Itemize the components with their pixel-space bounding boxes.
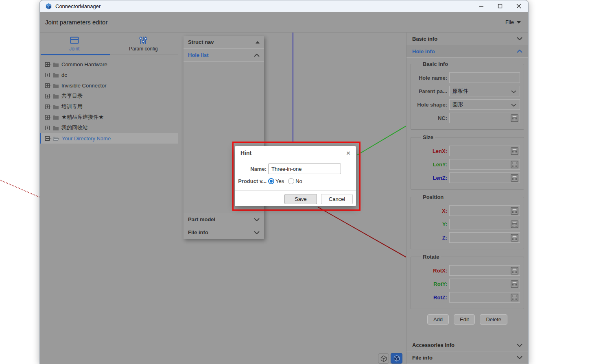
- radio-yes-icon[interactable]: [268, 178, 274, 184]
- hole-shape-select[interactable]: 圆形: [449, 99, 520, 110]
- section-file-info[interactable]: File info: [406, 351, 528, 364]
- expand-plus-icon[interactable]: [45, 126, 50, 130]
- product-radio-group: Yes No: [268, 178, 302, 184]
- roty-input[interactable]: [449, 279, 520, 289]
- pos-x-input[interactable]: [449, 205, 520, 216]
- pos-x-label: X:: [415, 208, 447, 214]
- hole-action-buttons: Add Edit Delete: [406, 314, 528, 325]
- tab-joint-label: Joint: [69, 46, 79, 52]
- radio-no-icon[interactable]: [288, 178, 294, 184]
- right-panel: Basic info Hole info Basic info: [406, 33, 528, 364]
- minimize-button[interactable]: [472, 0, 491, 12]
- parent-part-select[interactable]: 原板件: [449, 86, 520, 96]
- window-title: ConnectorManager: [55, 3, 101, 9]
- tab-bar: Joint Pa: [40, 33, 178, 55]
- section-hole-list[interactable]: Hole list: [184, 49, 264, 62]
- name-input[interactable]: [268, 163, 341, 174]
- calculator-icon[interactable]: [511, 280, 518, 288]
- solid-view-button[interactable]: [391, 353, 402, 364]
- calculator-icon[interactable]: [511, 161, 518, 168]
- section-struct-nav[interactable]: Struct nav: [184, 36, 264, 49]
- tree-item[interactable]: 我的回收站: [40, 122, 178, 133]
- expand-plus-icon[interactable]: [45, 62, 50, 67]
- file-menu-label: File: [505, 19, 514, 25]
- expand-plus-icon[interactable]: [45, 105, 50, 109]
- tree-item[interactable]: Invisible Connector: [40, 80, 178, 91]
- pos-z-label: Z:: [415, 235, 447, 241]
- delete-button[interactable]: Delete: [480, 314, 507, 325]
- chevron-up-icon: [254, 54, 260, 57]
- page-title: Joint parameters editor: [45, 19, 107, 26]
- struct-nav-panel: Struct nav Hole list Part model: [184, 36, 264, 239]
- chevron-down-icon: [511, 104, 516, 107]
- tab-param-config[interactable]: Param config: [109, 33, 178, 54]
- section-accessories-info[interactable]: Accessories info: [406, 339, 528, 351]
- expand-plus-icon[interactable]: [45, 94, 50, 98]
- close-button[interactable]: [509, 0, 528, 12]
- section-basic-info[interactable]: Basic info: [406, 33, 528, 45]
- calculator-icon[interactable]: [511, 234, 518, 242]
- sliders-icon: [138, 36, 149, 45]
- leny-label: LenY:: [415, 161, 447, 168]
- lenx-input[interactable]: [449, 146, 520, 156]
- calculator-icon[interactable]: [511, 294, 518, 301]
- tree-item[interactable]: dc: [40, 70, 178, 80]
- chevron-down-icon: [254, 218, 260, 221]
- app-logo-icon: [45, 3, 52, 10]
- radio-no[interactable]: No: [288, 178, 302, 184]
- calculator-icon[interactable]: [511, 220, 518, 228]
- add-button[interactable]: Add: [427, 314, 449, 325]
- tree-item[interactable]: ★精品库连接件★: [40, 112, 178, 122]
- folder-icon: [52, 62, 59, 67]
- radio-yes[interactable]: Yes: [268, 178, 284, 184]
- tab-joint[interactable]: Joint: [40, 33, 109, 54]
- parent-part-label: Parent pa...: [415, 88, 447, 94]
- rotz-input[interactable]: [449, 292, 520, 303]
- collapse-minus-icon[interactable]: [45, 136, 50, 141]
- file-menu[interactable]: File: [505, 19, 521, 25]
- calculator-icon[interactable]: [511, 174, 518, 182]
- rotate-group: Rotate RotX: RotY:: [411, 254, 524, 309]
- save-button[interactable]: Save: [284, 194, 317, 204]
- expand-plus-icon[interactable]: [45, 83, 50, 88]
- tree-item[interactable]: 共享目录: [40, 91, 178, 101]
- chevron-down-icon: [517, 356, 522, 359]
- lenz-label: LenZ:: [415, 175, 447, 181]
- pos-z-input[interactable]: [449, 232, 520, 243]
- pos-y-input[interactable]: [449, 219, 520, 229]
- tree-item[interactable]: Common Hardware: [40, 59, 178, 70]
- nc-input[interactable]: [449, 113, 520, 123]
- axis-y-line: [357, 125, 406, 155]
- leny-input[interactable]: [449, 159, 520, 170]
- section-file-info-nav[interactable]: File info: [184, 226, 264, 239]
- lenx-label: LenX:: [415, 148, 447, 154]
- folder-icon: [52, 115, 59, 120]
- wireframe-view-button[interactable]: [378, 353, 389, 364]
- calculator-icon[interactable]: [511, 114, 518, 122]
- folder-icon: [52, 94, 59, 99]
- directory-tree: Common Hardware dc Invisible Connector: [40, 55, 178, 144]
- expand-plus-icon[interactable]: [45, 73, 50, 77]
- cancel-button[interactable]: Cancel: [321, 194, 353, 204]
- dialog-close-icon[interactable]: ×: [346, 150, 350, 157]
- hole-name-input[interactable]: [449, 72, 520, 83]
- tree-item[interactable]: 培训专用: [40, 101, 178, 112]
- edit-button[interactable]: Edit: [454, 314, 475, 325]
- tree-item-selected[interactable]: Your Directory Name: [40, 133, 178, 144]
- hole-name-label: Hole name:: [415, 75, 447, 81]
- page-header: Joint parameters editor File: [40, 12, 528, 33]
- chevron-down-icon: [517, 344, 522, 347]
- maximize-button[interactable]: [491, 0, 509, 12]
- folder-open-icon: [52, 136, 59, 141]
- section-part-model[interactable]: Part model: [184, 213, 264, 226]
- expand-plus-icon[interactable]: [45, 115, 50, 120]
- rotx-input[interactable]: [449, 265, 520, 276]
- calculator-icon[interactable]: [511, 147, 518, 155]
- calculator-icon[interactable]: [511, 267, 518, 275]
- section-hole-info[interactable]: Hole info: [406, 45, 528, 58]
- red-dotted-annotation-line: [0, 179, 39, 198]
- rotz-label: RotZ:: [415, 294, 447, 301]
- lenz-input[interactable]: [449, 172, 520, 183]
- tab-param-config-label: Param config: [129, 46, 158, 52]
- calculator-icon[interactable]: [511, 207, 518, 215]
